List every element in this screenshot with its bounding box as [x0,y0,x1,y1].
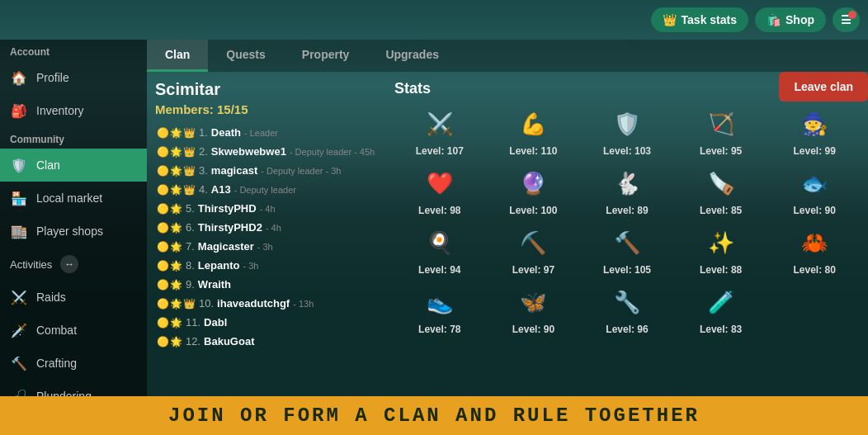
stat-item: 🛡️ Level: 103 [582,106,672,157]
tab-property[interactable]: Property [284,40,368,72]
member-number: 12. [186,335,200,348]
stat-item: 💪 Level: 110 [488,106,579,157]
plundering-icon: 🎣 [10,387,28,396]
member-name: Magicaster [198,240,254,253]
panel: Leave clan Scimitar Members: 15/15 🟡 🌟 👑… [147,72,868,396]
stat-icon: ⚔️ [422,106,458,142]
stat-level: Level: 89 [606,205,648,216]
member-icon-star: 🌟 [170,222,182,234]
task-stats-button[interactable]: 👑 Task stats [651,7,748,32]
member-icon-coin: 🟡 [157,260,169,272]
stat-item: 🐇 Level: 89 [582,165,672,216]
list-item[interactable]: 🟡 🌟 👑 2. Skwebwebwe1 - Deputy leader - 4… [155,142,384,161]
list-item[interactable]: 🟡 🌟 5. ThirstyPHD - 4h [155,199,384,218]
sidebar-item-player-shops[interactable]: 🏬 Player shops [0,215,147,248]
tab-clan[interactable]: Clan [147,40,208,72]
stat-item: 👟 Level: 78 [394,284,485,335]
member-role: - Leader [244,128,278,138]
member-role: - Deputy leader - 45h [290,147,375,157]
member-role: - Deputy leader - 3h [261,166,341,176]
crafting-icon: 🔨 [10,354,28,372]
stat-item: ❤️ Level: 98 [394,165,485,216]
stat-level: Level: 88 [700,264,742,276]
clan-label: Clan [36,158,60,172]
sidebar-item-local-market[interactable]: 🏪 Local market [0,182,147,215]
member-number: 8. [186,259,195,272]
member-icon-coin: 🟡 [157,317,169,329]
stat-icon: 🔨 [609,225,645,261]
stat-level: Level: 99 [794,145,836,157]
list-item[interactable]: 🟡 🌟 8. Lepanto - 3h [155,256,384,275]
raids-label: Raids [36,291,66,304]
stat-item: 🧪 Level: 83 [676,284,767,335]
member-icons: 🟡 🌟 [157,279,182,291]
stat-level: Level: 107 [416,145,464,157]
sidebar-item-profile[interactable]: 🏠 Profile [0,61,147,94]
member-icon-star: 🌟 [170,298,182,310]
crown-icon: 👑 [663,13,677,26]
list-item[interactable]: 🟡 🌟 👑 4. A13 - Deputy leader [155,180,384,199]
task-stats-label: Task stats [682,13,737,26]
topbar: 👑 Task stats 🛍️ Shop ☰ [0,0,868,40]
leave-clan-button[interactable]: Leave clan [779,72,868,102]
member-role: - 4h [260,204,276,214]
list-item[interactable]: 🟡 🌟 12. BakuGoat [155,332,384,351]
stat-item: ✨ Level: 88 [676,225,767,276]
list-item[interactable]: 🟡 🌟 👑 10. ihaveadutchgf - 13h [155,294,384,313]
sidebar-item-combat[interactable]: 🗡️ Combat [0,314,147,347]
member-number: 11. [186,316,200,329]
stat-level: Level: 85 [700,205,742,216]
members-list: 🟡 🌟 👑 1. Death - Leader 🟡 🌟 👑 2. Skwebwe… [155,123,386,388]
bottom-banner: JOIN OR FORM A CLAN AND RULE TOGETHER [0,396,868,435]
sidebar-item-crafting[interactable]: 🔨 Crafting [0,347,147,380]
member-name: A13 [211,183,231,196]
list-item[interactable]: 🟡 🌟 👑 1. Death - Leader [155,123,384,142]
member-icon-star: 🌟 [170,184,182,196]
member-role: - 13h [293,299,314,309]
stat-icon: 🛡️ [609,106,645,142]
list-item[interactable]: 🟡 🌟 11. Dabl [155,313,384,332]
stat-icon: ❤️ [422,165,458,201]
member-name: Wraith [198,278,231,291]
menu-button[interactable]: ☰ [833,7,860,32]
stat-item: ⚔️ Level: 107 [394,106,485,157]
stat-icon: 🧪 [703,284,739,320]
stat-level: Level: 78 [418,324,460,335]
list-item[interactable]: 🟡 🌟 9. Wraith [155,275,384,294]
tab-upgrades-label: Upgrades [385,48,439,61]
member-icon-star: 🌟 [170,127,182,139]
member-name: ihaveadutchgf [217,297,290,310]
sidebar-item-raids[interactable]: ⚔️ Raids [0,281,147,314]
member-name: Lepanto [198,259,240,272]
combat-icon: 🗡️ [10,321,28,339]
main-layout: Account 🏠 Profile 🎒 Inventory Community … [0,40,868,396]
member-icons: 🟡 🌟 👑 [157,184,196,196]
member-icon-crown: 👑 [183,127,196,139]
sidebar-item-clan[interactable]: 🛡️ Clan [0,149,147,182]
tab-upgrades[interactable]: Upgrades [367,40,457,72]
members-count: Members: 15/15 [155,102,386,116]
member-icon-coin: 🟡 [157,336,169,348]
member-icons: 🟡 🌟 [157,336,182,348]
member-name: Skwebwebwe1 [211,145,286,158]
stat-level: Level: 105 [603,264,651,276]
member-role: - Deputy leader [234,185,296,195]
member-icons: 🟡 🌟 [157,260,182,272]
list-item[interactable]: 🟡 🌟 7. Magicaster - 3h [155,237,384,256]
stat-item: 🧙 Level: 99 [769,106,860,157]
tab-quests[interactable]: Quests [208,40,283,72]
member-name: magicast [211,164,257,177]
clan-icon: 🛡️ [10,156,28,174]
member-icons: 🟡 🌟 👑 [157,146,196,158]
shop-button[interactable]: 🛍️ Shop [755,7,826,32]
member-icon-coin: 🟡 [157,203,169,215]
list-item[interactable]: 🟡 🌟 6. ThirstyPHD2 - 4h [155,218,384,237]
list-item[interactable]: 🟡 🌟 👑 3. magicast - Deputy leader - 3h [155,161,384,180]
stat-level: Level: 98 [418,205,460,216]
activities-section[interactable]: Activities ↔ [0,248,147,281]
sidebar-item-inventory[interactable]: 🎒 Inventory [0,94,147,127]
stat-item: 🔮 Level: 100 [488,165,579,216]
sidebar-item-plundering[interactable]: 🎣 Plundering [0,380,147,396]
sidebar: Account 🏠 Profile 🎒 Inventory Community … [0,40,147,396]
stat-level: Level: 94 [418,264,460,276]
